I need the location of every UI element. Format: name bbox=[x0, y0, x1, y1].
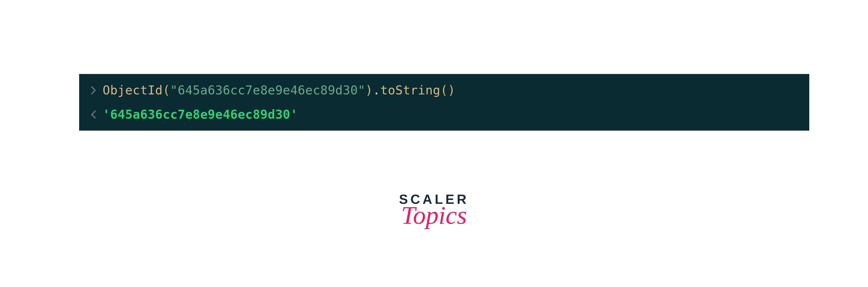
chevron-left-icon bbox=[89, 109, 97, 120]
code-token-function: ObjectId bbox=[103, 83, 163, 97]
brand-logo: SCALER Topics bbox=[399, 193, 469, 227]
code-token-paren: ( bbox=[163, 83, 170, 97]
code-token-paren: () bbox=[440, 83, 456, 97]
console-input-code: ObjectId("645a636cc7e8e9e46ec89d30").toS… bbox=[103, 82, 456, 99]
console-output-value: '645a636cc7e8e9e46ec89d30' bbox=[103, 106, 298, 123]
code-token-dot: . bbox=[373, 83, 380, 97]
code-token-paren: ) bbox=[365, 83, 373, 97]
chevron-right-icon bbox=[89, 85, 97, 96]
console-block: ObjectId("645a636cc7e8e9e46ec89d30").toS… bbox=[79, 74, 809, 131]
console-output-line: '645a636cc7e8e9e46ec89d30' bbox=[89, 106, 799, 123]
code-token-string: "645a636cc7e8e9e46ec89d30" bbox=[170, 83, 365, 97]
logo-topics-text: Topics bbox=[399, 204, 469, 227]
console-input-line: ObjectId("645a636cc7e8e9e46ec89d30").toS… bbox=[89, 82, 799, 99]
code-token-method: toString bbox=[380, 83, 440, 97]
